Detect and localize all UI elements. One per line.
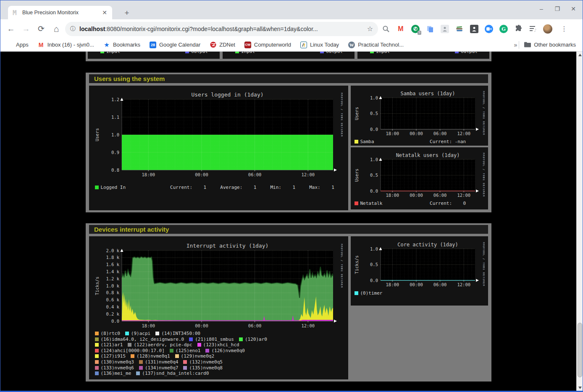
legend-row: (130)nvme0q3(131)nvme0q4(132)nvme0q5 <box>95 359 343 365</box>
legend-label: (14)INT3450:00 <box>161 331 200 336</box>
legend-label: (21)i801_smbus <box>195 337 234 342</box>
svg-text:06:00: 06:00 <box>433 131 446 136</box>
apps-grid-icon <box>6 42 13 48</box>
home-button[interactable]: ⌂ <box>50 23 63 35</box>
partial-graph-panel: InputOutput <box>357 52 489 59</box>
legend-label: (120)ar0 <box>245 337 267 342</box>
grammarly-extension-icon[interactable]: G <box>499 24 508 34</box>
legend-swatch <box>95 186 99 189</box>
copy-pages-extension-icon[interactable] <box>425 24 435 34</box>
svg-text:RRDTOOL / TOBI OETIKER: RRDTOOL / TOBI OETIKER <box>483 91 485 135</box>
back-button[interactable]: ← <box>5 23 17 35</box>
core-activity-legend: (0)timer <box>355 290 485 296</box>
vertical-scrollbar[interactable] <box>576 52 583 391</box>
users-logged-in-panel[interactable]: Users logged in (1day)0.80.91.01.11.218:… <box>89 86 348 210</box>
scroll-up-arrow[interactable] <box>577 52 583 58</box>
apps-shortcut[interactable]: Apps <box>6 42 29 48</box>
svg-text:2.0 k: 2.0 k <box>106 248 119 253</box>
legend-swatch <box>95 349 99 353</box>
bookmark-zdnet[interactable]: ZDNet <box>210 42 235 48</box>
legend-row: (8)rtc0(9)acpi(14)INT3450:00 <box>95 331 343 337</box>
legend-swatch <box>136 371 140 375</box>
samba-users-legend: Samba Current: -nan <box>355 139 485 145</box>
legend-row: Logged In Current: 1 Average: 1 Min: 1 M… <box>95 185 343 191</box>
legend-swatch <box>95 337 99 341</box>
bookmark-inbox[interactable]: M Inbox (16) - sjvn0... <box>38 42 94 48</box>
tab-close-icon[interactable]: ✕ <box>100 9 109 16</box>
url-text[interactable]: localhost:8080/monitorix-cgi/monitorix.c… <box>79 26 364 32</box>
svg-text:06:00: 06:00 <box>248 172 261 177</box>
clipper-extension-icon[interactable] <box>440 24 449 34</box>
bookmark-computerworld[interactable]: CW Computerworld <box>244 42 291 48</box>
legend-label: (132)nvme0q5 <box>189 359 222 365</box>
bookmark-practical-technology[interactable]: W Practical Technol... <box>348 42 404 48</box>
scrollbar-thumb[interactable] <box>578 323 582 377</box>
svg-text:1.0: 1.0 <box>370 246 378 251</box>
svg-text:1.4 k: 1.4 k <box>106 269 119 274</box>
search-extension-icon[interactable] <box>381 24 391 34</box>
bookmarks-overflow-chevron[interactable]: » <box>514 42 517 48</box>
zdnet-icon <box>210 42 216 48</box>
legend-swatch <box>95 343 99 347</box>
svg-text:Users: Users <box>95 128 100 141</box>
svg-text:18:00: 18:00 <box>142 323 155 328</box>
browser-tab[interactable]: M Blue Precision Monitorix ✕ <box>8 6 112 19</box>
window-maximize-button[interactable]: ❐ <box>554 5 561 12</box>
svg-text:RRDTOOL / TOBI OETIKER: RRDTOOL / TOBI OETIKER <box>341 244 343 288</box>
address-bar[interactable]: ⓘ localhost:8080/monitorix-cgi/monitorix… <box>65 22 378 36</box>
bookmark-linux-today[interactable]: /t Linux Today <box>300 42 339 48</box>
extensions-puzzle-icon[interactable] <box>514 24 523 34</box>
playlist-extension-icon[interactable]: ♪ <box>528 24 538 34</box>
google-voice-extension-icon[interactable]: ✆ ? <box>411 24 420 34</box>
samba-users-panel[interactable]: Samba users (1day)0.00.51.018:0000:0006:… <box>351 86 488 146</box>
interrupt-activity-panel[interactable]: Interrupt activity (1day)0.00.2 k0.4 k0.… <box>89 236 348 379</box>
reload-button[interactable]: ⟳ <box>35 23 47 35</box>
other-bookmarks[interactable]: Other bookmarks <box>524 42 576 48</box>
zoom-extension-icon[interactable] <box>484 24 494 34</box>
svg-text:0.4 k: 0.4 k <box>106 304 119 309</box>
legend-label: Netatalk Current: 0 <box>360 201 466 206</box>
section-title: Users using the system <box>89 74 488 83</box>
account-avatar[interactable] <box>543 24 552 34</box>
scroll-down-arrow[interactable] <box>577 384 583 391</box>
new-tab-button[interactable]: + <box>121 8 132 18</box>
legend-label: (124)ahci[0000:00:17.0] <box>101 348 165 353</box>
legend-swatch <box>355 140 358 144</box>
tab-title: Blue Precision Monitorix <box>22 10 100 16</box>
forward-button[interactable]: → <box>20 23 32 35</box>
svg-text:1.0: 1.0 <box>370 157 378 162</box>
reading-stack-extension-icon[interactable] <box>455 24 464 34</box>
svg-text:Netatalk users (1day): Netatalk users (1day) <box>396 152 460 158</box>
legend-swatch <box>95 360 99 364</box>
svg-text:0.0: 0.0 <box>370 278 378 283</box>
legend-label: (123)xhci_hcd <box>203 342 239 348</box>
gmail-extension-icon[interactable]: M <box>396 24 405 34</box>
legend-row: (121)ar1(122)aerdrv, pcie-dpc(123)xhci_h… <box>95 342 343 348</box>
svg-text:18:00: 18:00 <box>386 282 399 287</box>
svg-text:18:00: 18:00 <box>386 193 399 198</box>
svg-text:00:00: 00:00 <box>410 193 423 198</box>
bookmark-star-icon[interactable]: ☆ <box>367 25 373 33</box>
users-logged-in-legend: Logged In Current: 1 Average: 1 Min: 1 M… <box>95 185 343 191</box>
profile-tile-extension-icon[interactable] <box>470 24 479 34</box>
core-activity-panel[interactable]: Core activity (1day)0.00.51.018:0000:000… <box>351 236 488 306</box>
legend-swatch <box>139 360 143 364</box>
chrome-menu-icon[interactable]: ⋮ <box>559 24 569 34</box>
folder-icon <box>524 42 531 48</box>
legend-swatch <box>183 360 187 364</box>
legend-row: (127)i915(128)nvme0q1(129)nvme0q2 <box>95 353 343 359</box>
svg-text:06:00: 06:00 <box>248 323 261 328</box>
legend-row: Netatalk Current: 0 <box>355 201 485 206</box>
samba-users-graph: Samba users (1day)0.00.51.018:0000:0006:… <box>355 89 485 137</box>
window-minimize-button[interactable]: – <box>538 5 545 12</box>
bookmark-bookmarks[interactable]: ★ Bookmarks <box>103 42 140 48</box>
svg-text:0.8 k: 0.8 k <box>106 290 119 295</box>
bookmark-google-calendar[interactable]: 28 Google Calendar <box>150 42 200 48</box>
netatalk-users-panel[interactable]: Netatalk users (1day)0.00.51.018:0000:00… <box>351 147 488 209</box>
window-close-button[interactable]: ✕ <box>570 5 577 12</box>
svg-text:0.0: 0.0 <box>370 188 378 193</box>
svg-text:Ticks/s: Ticks/s <box>95 277 100 295</box>
page-info-icon[interactable]: ⓘ <box>70 25 76 33</box>
legend-label: (134)nvme0q7 <box>145 365 178 371</box>
legend-label: (16)idma64.0, i2c_designware.0 <box>101 337 184 342</box>
